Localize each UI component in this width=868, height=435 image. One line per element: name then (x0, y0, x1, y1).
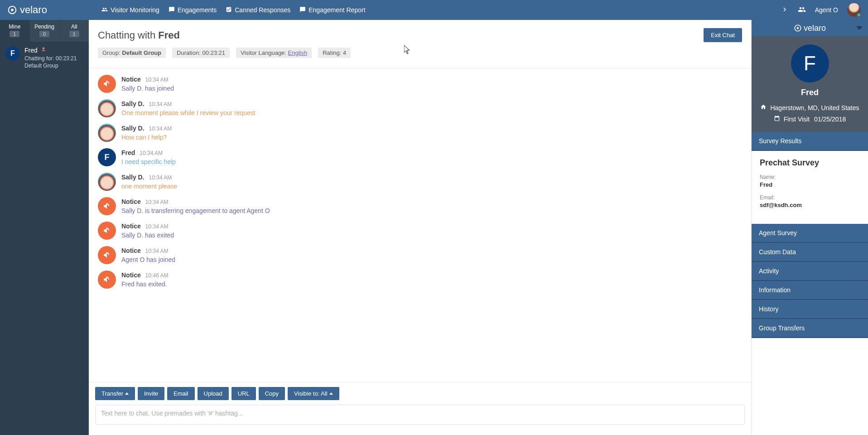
svg-point-3 (797, 27, 799, 29)
exit-chat-button[interactable]: Exit Chat (704, 28, 742, 42)
brand-name: velaro (804, 24, 826, 33)
chat-header: Chatting with Fred Exit Chat Group: Defa… (89, 20, 751, 63)
chat-icon (169, 6, 175, 14)
chat-visitor-name-row: Fred (24, 46, 77, 55)
chat-title-prefix: Chatting with (98, 29, 158, 41)
users-icon[interactable] (798, 5, 806, 15)
prechat-survey-body: Prechat Survey Name: Fred Email: sdf@ksd… (752, 151, 868, 224)
accordion-group-transfers[interactable]: Group Transfers (752, 319, 868, 338)
visible-to-button[interactable]: Visible to: All (288, 387, 339, 400)
message-time: 10:34 AM (145, 223, 169, 230)
right-panel-header[interactable]: velaro (752, 20, 868, 36)
chat-meta: Group: Default Group Duration: 00:23:21 … (98, 48, 742, 58)
nav-canned-responses[interactable]: Canned Responses (226, 6, 290, 14)
message-time: 10:34 AM (145, 77, 169, 83)
meta-rating: Rating: 4 (318, 48, 351, 58)
transfer-button[interactable]: Transfer (95, 387, 135, 400)
email-button[interactable]: Email (167, 387, 195, 400)
field-email-value: sdf@ksdh.com (760, 202, 860, 208)
velaro-logo-icon (7, 5, 17, 15)
velaro-logo-small: velaro (794, 24, 826, 33)
check-icon (226, 6, 232, 14)
accordion-activity[interactable]: Activity (752, 262, 868, 281)
tab-mine[interactable]: Mine 1 (0, 20, 30, 42)
nav-visitor-monitoring[interactable]: Visitor Monitoring (101, 6, 159, 14)
tab-all[interactable]: All 1 (59, 20, 89, 42)
meta-language: Visitor Language: English (236, 48, 312, 58)
brand-logo[interactable]: velaro (7, 4, 47, 16)
message-sender: Notice (121, 271, 141, 279)
collapse-icon[interactable] (856, 26, 863, 30)
tab-pending[interactable]: Pending 0 (30, 20, 60, 42)
message-content: Sally D.10:34 AMHow can I help? (121, 124, 172, 142)
upload-button[interactable]: Upload (198, 387, 229, 400)
chevron-right-icon[interactable] (781, 5, 789, 15)
message-content: Notice10:46 AMFred has exited. (121, 271, 169, 289)
meta-duration: Duration: 00:23:21 (172, 48, 230, 58)
users-icon (101, 6, 108, 14)
chat-transcript[interactable]: Notice10:34 AMSally D. has joinedSally D… (89, 68, 751, 382)
nav-label: Engagements (178, 6, 217, 14)
accordion-agent-survey[interactable]: Agent Survey (752, 224, 868, 243)
message-text: Sally D. has exited (121, 232, 174, 239)
message-row: Notice10:34 AMAgent O has joined (98, 246, 742, 264)
message-time: 10:34 AM (149, 126, 172, 132)
prechat-title: Prechat Survey (760, 158, 860, 168)
chat-title-row: Chatting with Fred Exit Chat (98, 28, 742, 42)
message-sender: Notice (121, 247, 141, 254)
message-sender: Sally D. (121, 100, 145, 107)
message-row: Notice10:34 AMSally D. has joined (98, 75, 742, 93)
message-content: Sally D.10:34 AMOne moment please while … (121, 99, 256, 117)
message-content: Notice10:34 AMSally D. is transferring e… (121, 197, 270, 215)
accordion-custom-data[interactable]: Custom Data (752, 243, 868, 262)
visitor-avatar-icon: F (5, 46, 20, 61)
home-icon (760, 104, 767, 111)
agent-avatar-icon (98, 124, 116, 142)
copy-button[interactable]: Copy (259, 387, 285, 400)
message-text: Sally D. is transferring engagement to a… (121, 207, 270, 214)
message-row: Notice10:34 AMSally D. has exited (98, 222, 742, 240)
bullhorn-icon (98, 222, 116, 240)
chat-duration: Chatting for: 00:23:21 (24, 55, 77, 62)
visitor-details-sidebar: velaro F Fred Hagerstown, MD, United Sta… (751, 20, 868, 435)
chat-filter-tabs: Mine 1 Pending 0 All 1 (0, 20, 89, 42)
message-content: Sally D.10:34 AMone moment please (121, 173, 177, 191)
message-sender: Notice (121, 76, 141, 83)
chat-input[interactable] (95, 405, 745, 425)
message-row: Notice10:46 AMFred has exited. (98, 271, 742, 289)
svg-point-1 (11, 9, 14, 11)
accordion-information[interactable]: Information (752, 281, 868, 300)
chat-list-item[interactable]: F Fred Chatting for: 00:23:21 Default Gr… (0, 42, 89, 74)
nav-items: Visitor Monitoring Engagements Canned Re… (101, 6, 366, 14)
message-text: How can I help? (121, 134, 172, 141)
accordion-history[interactable]: History (752, 300, 868, 319)
message-row: Sally D.10:34 AMone moment please (98, 173, 742, 191)
chat-title-name: Fred (158, 29, 180, 41)
visitor-avatar-icon: F (98, 148, 116, 166)
message-text: one moment please (121, 183, 177, 190)
nav-engagements[interactable]: Engagements (169, 6, 217, 14)
agent-avatar-icon (98, 173, 116, 191)
tab-count: 1 (69, 31, 79, 37)
visitor-card: F Fred Hagerstown, MD, United States Fir… (752, 36, 868, 132)
nav-engagement-report[interactable]: Engagement Report (299, 6, 365, 14)
caret-up-icon (329, 392, 333, 395)
status-online-icon (857, 13, 861, 17)
language-link[interactable]: English (288, 49, 308, 56)
agent-avatar[interactable] (847, 3, 861, 17)
message-row: FFred10:34 AMI need specific help (98, 148, 742, 166)
field-email-label: Email: (760, 194, 860, 201)
chat-icon (299, 6, 306, 14)
url-button[interactable]: URL (231, 387, 256, 400)
message-text: I need specific help (121, 158, 176, 165)
message-time: 10:34 AM (145, 248, 169, 254)
chat-title: Chatting with Fred (98, 29, 180, 41)
accordion-survey-results[interactable]: Survey Results (752, 132, 868, 151)
bullhorn-icon (98, 271, 116, 289)
chat-list-sidebar: Mine 1 Pending 0 All 1 F Fred Chatting f… (0, 20, 89, 435)
invite-button[interactable]: Invite (138, 387, 164, 400)
message-row: Notice10:34 AMSally D. is transferring e… (98, 197, 742, 215)
chat-panel: Chatting with Fred Exit Chat Group: Defa… (89, 20, 751, 435)
message-sender: Notice (121, 198, 141, 205)
message-text: Agent O has joined (121, 256, 175, 263)
